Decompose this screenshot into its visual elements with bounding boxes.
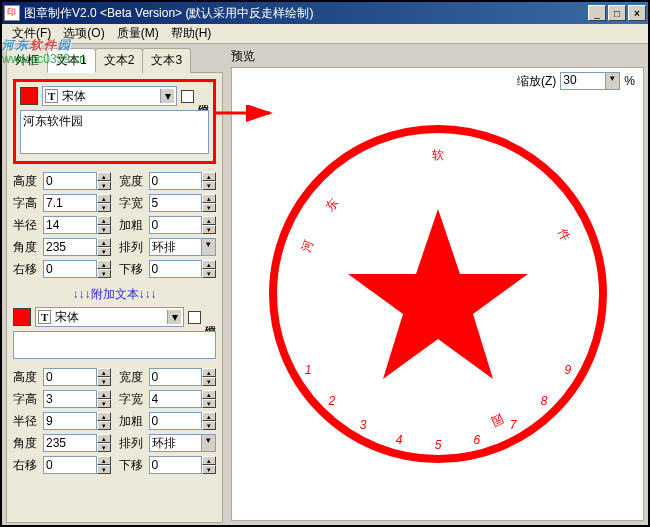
- tab-text1[interactable]: 文本1: [47, 48, 96, 73]
- tab-text3[interactable]: 文本3: [142, 48, 191, 73]
- field-label: 下移: [119, 457, 147, 474]
- app-icon: [4, 5, 20, 21]
- font-icon: T: [38, 310, 51, 324]
- minimize-button[interactable]: _: [588, 5, 606, 21]
- svg-text:1: 1: [304, 363, 311, 377]
- height-spinner[interactable]: ▴▾: [43, 172, 111, 190]
- field-label: 字宽: [119, 195, 147, 212]
- svg-text:园: 园: [488, 411, 505, 429]
- menu-options[interactable]: 选项(O): [57, 23, 110, 44]
- color-swatch[interactable]: [20, 87, 38, 105]
- annotation-arrow: [215, 105, 275, 135]
- texture-checkbox-2[interactable]: [188, 311, 201, 324]
- fontH-spinner[interactable]: ▴▾: [43, 194, 111, 212]
- field-label: 角度: [13, 239, 41, 256]
- svg-text:东: 东: [322, 196, 340, 214]
- svg-text:9: 9: [564, 363, 571, 377]
- color-swatch-2[interactable]: [13, 308, 31, 326]
- svg-text:河: 河: [298, 238, 315, 254]
- zoom-label: 缩放(Z): [517, 73, 556, 90]
- preview-label: 预览: [231, 48, 644, 65]
- field-label: 高度: [13, 369, 41, 386]
- height-spinner[interactable]: ▴▾: [43, 368, 111, 386]
- svg-text:软: 软: [432, 148, 444, 162]
- chevron-down-icon[interactable]: ▾: [167, 310, 181, 324]
- seal-preview: 东软件园河 123456789: [263, 119, 613, 469]
- left-panel: 外框 文本1 文本2 文本3 T 宋体 ▾ 纹理 高度: [2, 44, 227, 525]
- fontW-spinner[interactable]: ▴▾: [149, 390, 217, 408]
- field-label: 字高: [13, 391, 41, 408]
- texture-checkbox[interactable]: [181, 90, 194, 103]
- offy-spinner[interactable]: ▴▾: [149, 260, 217, 278]
- font-select-2[interactable]: T 宋体 ▾: [35, 307, 184, 327]
- menu-file[interactable]: 文件(F): [6, 23, 57, 44]
- field-label: 字宽: [119, 391, 147, 408]
- zoom-select[interactable]: 30▾: [560, 72, 620, 90]
- offy-spinner[interactable]: ▴▾: [149, 456, 217, 474]
- fontH-spinner[interactable]: ▴▾: [43, 390, 111, 408]
- field-label: 加粗: [119, 217, 147, 234]
- field-label: 字高: [13, 195, 41, 212]
- field-label: 排列: [119, 435, 147, 452]
- svg-text:4: 4: [395, 433, 402, 447]
- highlight-box: T 宋体 ▾ 纹理: [13, 79, 216, 164]
- bold-spinner[interactable]: ▴▾: [149, 216, 217, 234]
- angle-spinner[interactable]: ▴▾: [43, 434, 111, 452]
- svg-marker-1: [348, 209, 528, 379]
- angle-spinner[interactable]: ▴▾: [43, 238, 111, 256]
- offx-spinner[interactable]: ▴▾: [43, 456, 111, 474]
- menu-help[interactable]: 帮助(H): [165, 23, 218, 44]
- pct-label: %: [624, 74, 635, 88]
- svg-text:8: 8: [540, 394, 547, 408]
- field-label: 宽度: [119, 173, 147, 190]
- field-label: 下移: [119, 261, 147, 278]
- field-label: 右移: [13, 261, 41, 278]
- field-label: 宽度: [119, 369, 147, 386]
- fontW-spinner[interactable]: ▴▾: [149, 194, 217, 212]
- field-label: 半径: [13, 217, 41, 234]
- svg-text:7: 7: [509, 418, 517, 432]
- arrange-select[interactable]: 环排▾: [149, 434, 217, 452]
- menu-bar: 文件(F) 选项(O) 质量(M) 帮助(H): [2, 24, 648, 44]
- field-label: 右移: [13, 457, 41, 474]
- width-spinner[interactable]: ▴▾: [149, 368, 217, 386]
- field-label: 半径: [13, 413, 41, 430]
- field-label: 加粗: [119, 413, 147, 430]
- close-button[interactable]: ×: [628, 5, 646, 21]
- window-title: 图章制作V2.0 <Beta Version> (默认采用中反走样绘制): [24, 5, 588, 22]
- radius-spinner[interactable]: ▴▾: [43, 216, 111, 234]
- tab-text2[interactable]: 文本2: [95, 48, 144, 73]
- maximize-button[interactable]: □: [608, 5, 626, 21]
- bold-spinner[interactable]: ▴▾: [149, 412, 217, 430]
- svg-text:5: 5: [434, 438, 441, 452]
- radius-spinner[interactable]: ▴▾: [43, 412, 111, 430]
- attach-heading: ↓↓↓附加文本↓↓↓: [13, 286, 216, 303]
- svg-text:2: 2: [327, 394, 335, 408]
- chevron-down-icon[interactable]: ▾: [160, 89, 174, 103]
- width-spinner[interactable]: ▴▾: [149, 172, 217, 190]
- preview-area: 缩放(Z) 30▾ % 东软件园河 123456789: [231, 67, 644, 521]
- offx-spinner[interactable]: ▴▾: [43, 260, 111, 278]
- field-label: 排列: [119, 239, 147, 256]
- font-select[interactable]: T 宋体 ▾: [42, 86, 177, 106]
- right-panel: 预览 缩放(Z) 30▾ % 东软件园河 123456789: [227, 44, 648, 525]
- svg-text:6: 6: [473, 433, 480, 447]
- title-bar: 图章制作V2.0 <Beta Version> (默认采用中反走样绘制) _ □…: [2, 2, 648, 24]
- svg-text:件: 件: [555, 227, 573, 244]
- tab-border[interactable]: 外框: [6, 48, 48, 73]
- font-icon: T: [45, 89, 58, 103]
- svg-text:3: 3: [359, 418, 366, 432]
- text-input[interactable]: [20, 110, 209, 154]
- menu-quality[interactable]: 质量(M): [111, 23, 165, 44]
- field-label: 高度: [13, 173, 41, 190]
- arrange-select[interactable]: 环排▾: [149, 238, 217, 256]
- text-input-2[interactable]: [13, 331, 216, 359]
- field-label: 角度: [13, 435, 41, 452]
